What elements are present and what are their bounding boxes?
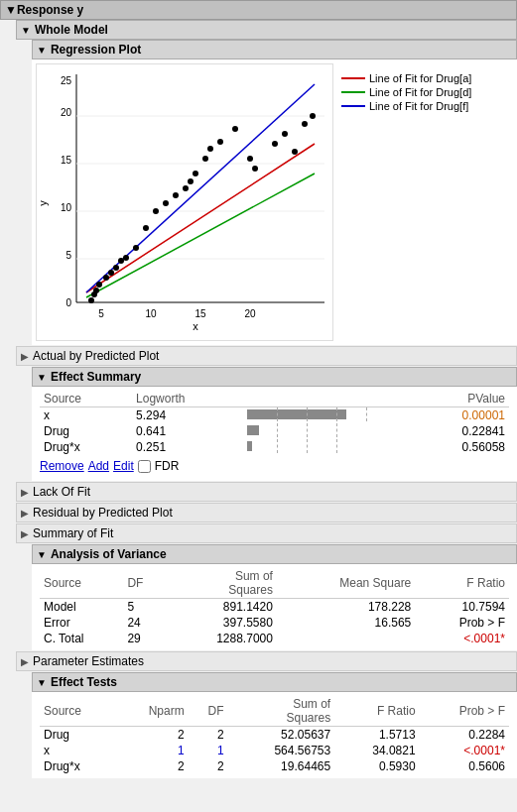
effect-pvalue-drugx: 0.56058 — [406, 439, 509, 455]
effect-tests-section: ▼ Effect Tests Source Nparm DF Sum ofSqu… — [32, 672, 517, 778]
actual-predicted-triangle: ▶ — [21, 351, 29, 362]
svg-text:15: 15 — [61, 155, 72, 166]
et-sumsq-drugx: 19.64465 — [228, 758, 335, 774]
svg-point-41 — [232, 126, 238, 132]
lack-of-fit-section[interactable]: ▶ Lack Of Fit — [16, 482, 517, 502]
anova-col-fratio: F Ratio — [415, 568, 509, 599]
et-source-drugx: Drug*x — [40, 758, 116, 774]
effect-bar-drugx — [247, 439, 406, 455]
svg-point-30 — [133, 245, 139, 251]
svg-point-24 — [96, 282, 102, 288]
effect-summary-label: Effect Summary — [51, 370, 141, 384]
effect-bar-x — [247, 407, 406, 424]
dashed-d3 — [336, 423, 337, 437]
svg-point-35 — [183, 185, 189, 191]
svg-point-21 — [88, 297, 94, 303]
anova-meansq-ctotal — [277, 631, 415, 646]
residual-by-predicted-section[interactable]: ▶ Residual by Predicted Plot — [16, 503, 517, 522]
anova-col-source: Source — [40, 568, 123, 599]
bar-x — [247, 409, 346, 419]
svg-point-36 — [188, 178, 194, 184]
dashed-3 — [336, 407, 337, 421]
et-fratio-drug: 1.5713 — [334, 727, 419, 744]
et-source-x: x — [40, 743, 116, 758]
svg-text:y: y — [37, 200, 49, 206]
summary-fit-label: Summary of Fit — [33, 526, 113, 540]
svg-point-27 — [113, 265, 119, 271]
dashed-dx2 — [307, 439, 308, 453]
effect-tests-table-area: Source Nparm DF Sum ofSquares F Ratio Pr… — [32, 692, 517, 778]
et-col-sumsq: Sum ofSquares — [228, 696, 335, 727]
lack-of-fit-label: Lack Of Fit — [33, 485, 90, 499]
regression-plot-label: Regression Plot — [51, 43, 141, 57]
legend-line-d — [341, 91, 365, 93]
whole-model-header[interactable]: ▼ Whole Model — [16, 20, 517, 40]
effect-tests-triangle: ▼ — [37, 677, 47, 688]
svg-text:20: 20 — [61, 107, 72, 118]
anova-df-error: 24 — [123, 615, 165, 631]
col-source: Source — [40, 391, 132, 407]
svg-text:10: 10 — [145, 308, 157, 319]
effect-row-drug: Drug 0.641 0.22841 — [40, 423, 509, 439]
et-col-nparm: Nparm — [116, 696, 189, 727]
remove-link[interactable]: Remove — [40, 459, 84, 473]
effect-source-x: x — [40, 407, 132, 424]
anova-sumsq-model: 891.1420 — [165, 599, 277, 616]
effect-summary-table: Source Logworth PValue x 5.294 — [40, 391, 509, 455]
legend-label-a: Line of Fit for Drug[a] — [369, 72, 471, 84]
legend-drug-d: Line of Fit for Drug[d] — [341, 86, 471, 98]
anova-col-df: DF — [123, 568, 165, 599]
regression-plot-header[interactable]: ▼ Regression Plot — [32, 40, 517, 59]
anova-label: Analysis of Variance — [51, 547, 167, 561]
et-sumsq-drug: 52.05637 — [228, 727, 335, 744]
dashed-d1 — [277, 423, 278, 437]
anova-df-model: 5 — [123, 599, 165, 616]
edit-link[interactable]: Edit — [113, 459, 134, 473]
svg-point-40 — [217, 139, 223, 145]
legend-line-f — [341, 105, 365, 107]
whole-model-label: Whole Model — [35, 23, 108, 37]
anova-col-sumsq: Sum ofSquares — [165, 568, 277, 599]
dashed-2 — [307, 407, 308, 421]
collapse-triangle[interactable]: ▼ — [5, 3, 17, 17]
add-link[interactable]: Add — [88, 459, 109, 473]
svg-text:0: 0 — [65, 297, 71, 308]
et-row-drugx: Drug*x 2 2 19.64465 0.5930 0.5606 — [40, 758, 509, 774]
regression-plot-section: ▼ Regression Plot 0 5 10 15 20 25 y 5 10 — [32, 40, 517, 345]
et-row-x: x 1 1 564.56753 34.0821 <.0001* — [40, 743, 509, 758]
param-estimates-label: Parameter Estimates — [33, 654, 144, 668]
fdr-checkbox[interactable] — [138, 460, 151, 473]
param-estimates-section[interactable]: ▶ Parameter Estimates — [16, 651, 517, 671]
effect-bar-drug — [247, 423, 406, 439]
anova-meansq-error: 16.565 — [277, 615, 415, 631]
effect-tests-table: Source Nparm DF Sum ofSquares F Ratio Pr… — [40, 696, 509, 774]
dashed-dx3 — [336, 439, 337, 453]
et-df-drug: 2 — [189, 727, 228, 744]
lack-of-fit-triangle: ▶ — [21, 487, 29, 498]
effect-logworth-x: 5.294 — [132, 407, 247, 424]
residual-predicted-label: Residual by Predicted Plot — [33, 506, 173, 520]
et-col-prob: Prob > F — [420, 696, 509, 727]
legend-label-d: Line of Fit for Drug[d] — [369, 86, 471, 98]
effect-summary-header[interactable]: ▼ Effect Summary — [32, 367, 517, 387]
svg-point-23 — [93, 288, 99, 293]
regression-svg: 0 5 10 15 20 25 y 5 10 15 20 x — [36, 63, 333, 341]
et-fratio-drugx: 0.5930 — [334, 758, 419, 774]
actual-by-predicted-section[interactable]: ▶ Actual by Predicted Plot — [16, 346, 517, 366]
anova-sumsq-ctotal: 1288.7000 — [165, 631, 277, 646]
summary-of-fit-section[interactable]: ▶ Summary of Fit — [16, 523, 517, 543]
bar-drug — [247, 425, 259, 435]
col-bar — [247, 391, 406, 407]
et-prob-drug: 0.2284 — [420, 727, 509, 744]
legend-drug-f: Line of Fit for Drug[f] — [341, 100, 471, 112]
svg-text:20: 20 — [244, 308, 256, 319]
effect-row-drugx: Drug*x 0.251 0.56058 — [40, 439, 509, 455]
anova-source-model: Model — [40, 599, 123, 616]
et-col-df: DF — [189, 696, 228, 727]
anova-header[interactable]: ▼ Analysis of Variance — [32, 544, 517, 564]
et-prob-x: <.0001* — [420, 743, 509, 758]
svg-point-38 — [202, 156, 208, 162]
effect-summary-triangle: ▼ — [37, 372, 47, 383]
anova-df-ctotal: 29 — [123, 631, 165, 646]
effect-tests-header[interactable]: ▼ Effect Tests — [32, 672, 517, 692]
